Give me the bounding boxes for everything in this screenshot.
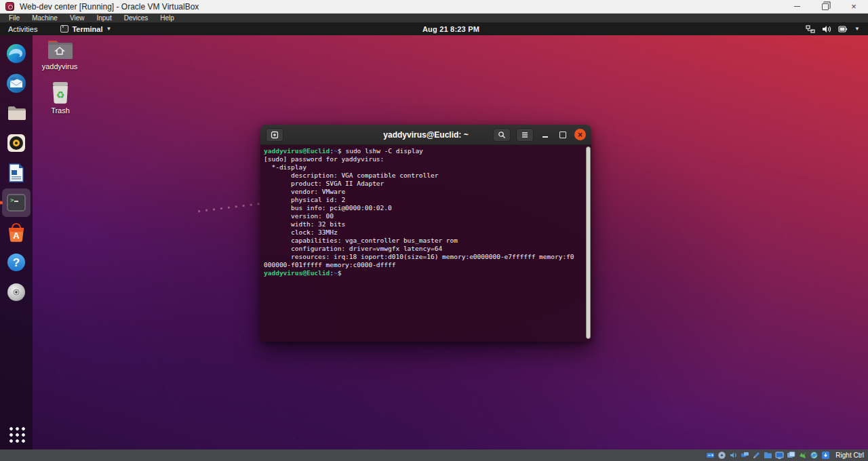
menu-view[interactable]: View [64,14,91,22]
terminal-content[interactable]: yaddyvirus@Euclid:~$sudo lshw -C display… [260,145,591,342]
svg-text:?: ? [13,256,20,269]
desktop-icon-label: Trash [51,106,70,115]
host-key-label: Right Ctrl [835,452,864,459]
menu-input[interactable]: Input [90,14,117,22]
rhythmbox-music-icon [5,132,27,154]
battery-icon [838,25,848,33]
terminal-maximize-button[interactable] [557,129,569,141]
new-tab-icon [271,131,279,139]
terminal-line: capabilities: vga_controller bus_master … [264,237,583,245]
terminal-line: configuration: driver=vmwgfx latency=64 [264,245,583,253]
search-icon [498,131,506,139]
shared-folders-icon[interactable] [764,451,772,460]
terminal-scrollbar[interactable] [586,146,591,339]
svg-text:A: A [13,230,20,241]
clock[interactable]: Aug 21 8:23 PM [389,22,479,35]
app-menu-label: Terminal [72,25,102,33]
windows-icon[interactable] [787,451,795,460]
vbox-titlebar[interactable]: Web-dev center [Running] - Oracle VM Vir… [0,0,868,14]
display-icon[interactable] [775,451,784,460]
terminal-title: yaddyvirus@Euclid: ~ [383,130,468,140]
terminal-line: width: 32 bits [264,220,583,228]
prompt-symbol: $ [338,147,342,155]
close-button[interactable]: × [840,0,868,14]
dock-item-terminal[interactable]: > [2,188,31,217]
libreoffice-writer-icon [5,162,27,184]
audio-icon[interactable] [729,451,738,460]
hamburger-menu-button[interactable] [516,128,534,142]
terminal-icon: > [5,192,27,214]
terminal-line: 000000-f01fffff memory:c0000-dffff [264,261,583,269]
network-activity-icon[interactable] [798,451,807,460]
terminal-line: version: 00 [264,212,583,220]
vbox-statusbar: Right Ctrl [0,449,868,461]
network-adapters-icon[interactable] [741,451,749,460]
dock-item-edge[interactable] [2,39,31,68]
hard-disks-icon[interactable] [706,451,715,460]
help-icon: ? [5,252,27,273]
restore-button[interactable] [811,0,840,14]
new-tab-button[interactable] [266,128,283,142]
host-capture-icon[interactable] [821,451,830,460]
dock-item-ubuntu-software[interactable]: A [2,218,31,247]
terminal-line: bus info: pci@0000:00:02.0 [264,204,583,212]
menu-machine[interactable]: Machine [26,14,64,22]
chevron-down-icon: ▼ [106,26,111,32]
volume-icon [822,25,831,33]
menu-help[interactable]: Help [154,14,180,22]
command-text: sudo lshw -C display [345,147,422,155]
menu-devices[interactable]: Devices [118,14,155,22]
dock-item-rhythmbox[interactable] [2,129,31,157]
vbox-window-title: Web-dev center [Running] - Oracle VM Vir… [20,2,199,12]
prompt-user: yaddyvirus@Euclid [264,147,330,155]
terminal-line: description: VGA compatible controller [264,172,583,180]
terminal-mini-icon [60,25,68,33]
wallpaper-dots [195,199,271,217]
ubuntu-software-icon: A [5,222,27,243]
hamburger-menu-icon [521,131,529,139]
terminal-close-button[interactable]: × [574,129,586,140]
terminal-titlebar[interactable]: yaddyvirus@Euclid: ~ [260,125,591,145]
desktop-icon-home-folder[interactable]: yaddyvirus [37,39,82,71]
thunderbird-mail-icon [5,73,27,94]
terminal-line: resources: irq:18 ioport:d010(size=16) m… [264,253,583,261]
gnome-top-panel: Activities Terminal ▼ Aug 21 8:23 PM ▼ [0,22,868,35]
recording-icon[interactable] [752,451,761,460]
terminal-prompt-line: yaddyvirus@Euclid:~$sudo lshw -C display [264,147,583,155]
dock-item-thunderbird[interactable] [2,69,31,98]
cd-disc-icon [5,281,27,303]
terminal-line: clock: 33MHz [264,228,583,237]
dock-item-libreoffice-writer[interactable] [2,159,31,187]
desktop-icon-label: yaddyvirus [42,62,78,71]
trash-icon: ♻ [50,81,71,104]
svg-text:>: > [10,197,14,203]
dock-item-cd-disc[interactable] [2,278,31,306]
optical-drives-icon[interactable] [717,451,726,460]
virtualbox-app-icon [5,2,14,11]
guest-additions-icon[interactable] [810,451,818,460]
dock: > A ? [0,35,33,449]
vbox-menubar: File Machine View Input Devices Help [0,14,868,22]
terminal-line: vendor: VMware [264,188,583,196]
terminal-line: physical id: 2 [264,196,583,204]
dock-item-files[interactable] [2,99,31,127]
terminal-minimize-button[interactable] [539,129,551,141]
home-folder-icon [46,39,73,60]
terminal-line: product: SVGA II Adapter [264,180,583,188]
desktop: > A ? [0,35,868,449]
dock-item-help[interactable]: ? [2,248,31,277]
system-tray[interactable]: ▼ [806,22,868,35]
minimize-button[interactable] [783,0,811,14]
network-icon [806,25,815,33]
show-applications-button[interactable] [7,425,25,443]
app-menu-terminal[interactable]: Terminal ▼ [60,25,111,33]
terminal-line: [sudo] password for yaddyvirus: [264,155,583,163]
screen: Web-dev center [Running] - Oracle VM Vir… [0,0,868,461]
search-button[interactable] [493,128,511,142]
terminal-window: yaddyvirus@Euclid: ~ [260,125,591,342]
svg-text:♻: ♻ [56,89,65,100]
desktop-icon-trash[interactable]: ♻ Trash [38,81,83,115]
terminal-prompt-line: yaddyvirus@Euclid:~$ [264,269,583,277]
menu-file[interactable]: File [3,14,26,22]
activities-button[interactable]: Activities [0,22,45,35]
